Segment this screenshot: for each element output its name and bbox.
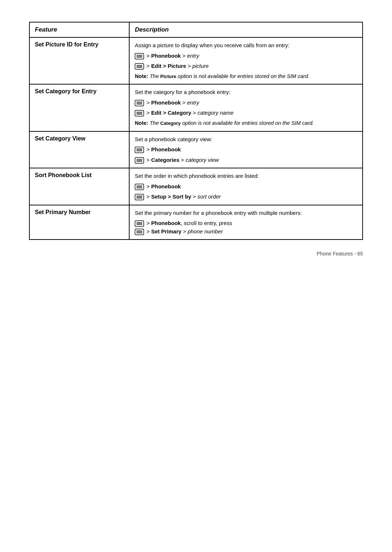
description-cell: Set the primary number for a phonebook e… — [129, 205, 363, 240]
description-cell: Set a phonebook category view: > Phonebo… — [129, 131, 363, 168]
menu-icon — [135, 63, 144, 70]
table-row: Sort Phonebook ListSet the order in whic… — [29, 168, 363, 205]
desc-menu-primary: > Phonebook, scroll to entry, press > Se… — [135, 219, 357, 236]
desc-menu-line: > Phonebook > entry — [135, 99, 357, 107]
menu-icon — [135, 157, 144, 164]
desc-menu-line: > Edit > Category > category name — [135, 109, 357, 117]
description-cell: Set the category for a phonebook entry: … — [129, 84, 363, 131]
desc-note: Note: The Category option is not availab… — [135, 119, 357, 127]
page-footer: Phone Features - 65 — [29, 251, 363, 257]
feature-cell: Set Category for Entry — [29, 84, 129, 131]
feature-cell: Set Category View — [29, 131, 129, 168]
description-header: Description — [129, 22, 363, 37]
features-table: Feature Description Set Picture ID for E… — [29, 22, 363, 240]
desc-menu-single: > Phonebook — [135, 183, 357, 191]
desc-menu-line: > Setup > Sort by > sort order — [135, 193, 357, 201]
menu-icon — [135, 53, 144, 60]
menu-icon — [135, 184, 144, 190]
menu-icon — [135, 229, 144, 235]
desc-text: Set the order in which phonebook entries… — [135, 172, 357, 180]
footer-text: Phone Features - 65 — [317, 251, 363, 257]
table-row: Set Primary NumberSet the primary number… — [29, 205, 363, 240]
menu-icon — [135, 220, 144, 227]
desc-menu-line: > Phonebook > entry — [135, 52, 357, 60]
desc-menu-line: > Edit > Picture > picture — [135, 62, 357, 70]
table-row: Set Category ViewSet a phonebook categor… — [29, 131, 363, 168]
desc-text: Set the primary number for a phonebook e… — [135, 209, 357, 217]
desc-text: Assign a picture to display when you rec… — [135, 41, 357, 50]
desc-menu-single: > Phonebook — [135, 146, 357, 154]
feature-cell: Set Primary Number — [29, 205, 129, 240]
feature-cell: Set Picture ID for Entry — [29, 37, 129, 84]
menu-icon — [135, 100, 144, 106]
desc-text: Set a phonebook category view: — [135, 135, 357, 144]
feature-cell: Sort Phonebook List — [29, 168, 129, 205]
desc-menu-line: > Categories > category view — [135, 156, 357, 164]
table-row: Set Category for EntrySet the category f… — [29, 84, 363, 131]
desc-note: Note: The Picture option is not availabl… — [135, 73, 357, 81]
menu-icon — [135, 110, 144, 116]
page-container: Feature Description Set Picture ID for E… — [29, 22, 363, 257]
menu-icon — [135, 194, 144, 200]
description-cell: Assign a picture to display when you rec… — [129, 37, 363, 84]
description-cell: Set the order in which phonebook entries… — [129, 168, 363, 205]
feature-header: Feature — [29, 22, 129, 37]
table-row: Set Picture ID for EntryAssign a picture… — [29, 37, 363, 84]
menu-icon — [135, 147, 144, 153]
desc-text: Set the category for a phonebook entry: — [135, 88, 357, 97]
